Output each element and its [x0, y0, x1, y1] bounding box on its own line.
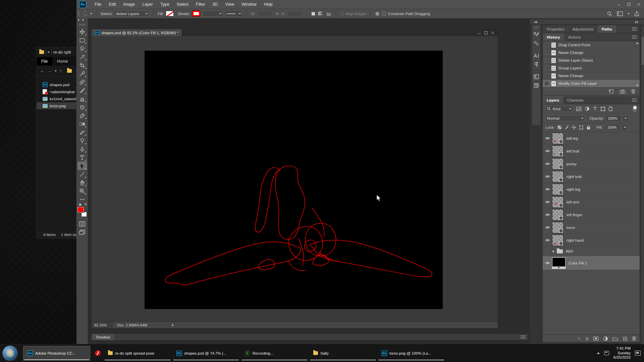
history-state[interactable]: Delete Layer (Save)	[543, 57, 640, 64]
visibility-eye-icon[interactable]	[543, 187, 552, 191]
tab-paths[interactable]: Paths	[598, 25, 616, 33]
history-snapshot-box[interactable]	[545, 81, 549, 85]
menu-3d[interactable]: 3D	[209, 0, 221, 9]
stroke-swatch[interactable]	[192, 11, 200, 16]
paragraph-panel-icon[interactable]	[534, 62, 539, 67]
layer-thumbnail[interactable]	[552, 209, 564, 221]
blend-mode-dropdown[interactable]: Normal	[545, 115, 585, 121]
list-item[interactable]: ~salworkinghar	[37, 88, 76, 95]
dock-scrollbar-thumb[interactable]	[642, 37, 644, 65]
new-layer-icon[interactable]	[623, 336, 628, 341]
menu-view[interactable]: View	[221, 0, 238, 9]
layer-thumbnail[interactable]	[552, 145, 564, 157]
layer-row[interactable]: right leg	[543, 183, 640, 196]
visibility-eye-icon[interactable]	[543, 213, 552, 217]
taskbar-button-photoshop[interactable]: Ps Adobe Photoshop CC...	[23, 346, 90, 361]
path-selection-tool-active[interactable]	[77, 162, 87, 170]
clone-stamp-tool[interactable]	[77, 95, 87, 103]
tab-actions[interactable]: Actions	[564, 33, 585, 41]
layer-name[interactable]: REF	[566, 249, 574, 253]
opacity-chevron[interactable]	[623, 115, 628, 121]
tab-channels[interactable]: Channels	[563, 96, 588, 104]
zoom-tool[interactable]	[77, 187, 87, 195]
select-mode-dropdown[interactable]: Active Layers	[114, 10, 149, 17]
scroll-up-arrow[interactable]	[636, 42, 639, 44]
menu-layer[interactable]: Layer	[139, 0, 156, 9]
lock-artboard-icon[interactable]	[579, 125, 584, 130]
menu-file[interactable]: File	[91, 0, 105, 9]
list-item-selected[interactable]: torso.png	[37, 102, 76, 109]
filter-smart-objects-icon[interactable]	[608, 106, 613, 111]
delete-state-trash-icon[interactable]	[631, 89, 636, 94]
delete-layer-trash-icon[interactable]	[632, 336, 636, 341]
layer-name[interactable]: Color Fill 1	[569, 261, 587, 265]
new-group-folder-icon[interactable]	[612, 337, 618, 341]
marquee-tool[interactable]	[77, 36, 87, 44]
pen-tool[interactable]	[77, 145, 87, 153]
line-tool[interactable]	[77, 170, 87, 178]
menu-help[interactable]: Help	[260, 0, 276, 9]
start-button[interactable]	[2, 346, 18, 361]
layer-group-row[interactable]: REF	[543, 247, 640, 256]
brush-settings-panel-icon[interactable]	[533, 31, 539, 37]
layer-styles-fx-icon[interactable]: fx	[586, 336, 589, 341]
fill-chevron[interactable]	[623, 124, 627, 130]
new-adjustment-layer-icon[interactable]	[603, 336, 608, 341]
layer-thumbnail[interactable]	[552, 171, 564, 182]
layer-thumbnail[interactable]	[552, 158, 564, 170]
notes-panel-icon[interactable]	[534, 83, 539, 88]
doc-maximize-icon[interactable]	[484, 31, 488, 35]
visibility-eye-icon[interactable]	[543, 226, 552, 229]
layer-thumbnail[interactable]	[552, 196, 564, 208]
stroke-width-dropdown[interactable]	[202, 10, 223, 17]
layer-name[interactable]: left butt	[567, 149, 579, 153]
scroll-down-arrow[interactable]	[636, 85, 639, 86]
address-folder-icon[interactable]	[67, 69, 72, 73]
grip-handle[interactable]	[79, 24, 85, 25]
gear-icon[interactable]	[375, 11, 380, 16]
search-icon[interactable]	[607, 11, 612, 16]
screen-mode-button[interactable]	[77, 228, 87, 236]
doc-minimize-icon[interactable]	[478, 31, 481, 35]
timeline-menu-icon[interactable]	[521, 336, 526, 339]
grip-handle[interactable]	[78, 11, 79, 16]
layer-row[interactable]: left butt	[543, 145, 640, 158]
doc-close-icon[interactable]	[491, 31, 494, 35]
align-edges-checkbox[interactable]	[340, 12, 344, 15]
explorer-title-bar[interactable]: re-do split	[37, 48, 76, 57]
swap-colors-icon[interactable]: ⇆	[85, 202, 87, 206]
eyedropper-tool[interactable]	[77, 69, 87, 78]
quick-mask-button[interactable]	[77, 220, 87, 228]
history-chevron-icon[interactable]	[55, 70, 57, 72]
visibility-eye-icon[interactable]	[543, 200, 552, 204]
clone-source-panel-icon[interactable]	[533, 74, 539, 79]
pasteboard[interactable]	[92, 36, 498, 321]
lock-pixels-brush-icon[interactable]	[565, 125, 569, 130]
visibility-eye-icon[interactable]	[543, 136, 552, 140]
lock-position-icon[interactable]	[572, 125, 576, 130]
filter-type-layers-icon[interactable]	[593, 107, 597, 111]
layer-name[interactable]: right hand	[567, 238, 584, 242]
layer-row[interactable]: left finger	[543, 208, 640, 221]
minimize-button[interactable]	[614, 1, 624, 8]
path-selection-tool-icon[interactable]	[83, 11, 88, 16]
lasso-tool[interactable]	[77, 44, 87, 53]
history-state-selected[interactable]: Modify Color Fill Layer	[543, 80, 640, 87]
lock-all-icon[interactable]	[586, 125, 591, 130]
taskbar-button-shapes-psd[interactable]: Ps shapes.psd @ 74.7% (...	[172, 346, 239, 361]
opacity-value-field[interactable]: 100%	[606, 115, 621, 121]
layer-row-selected[interactable]: Color Fill 1	[543, 256, 640, 270]
link-layers-icon[interactable]	[576, 337, 581, 341]
layer-row[interactable]: right hand	[543, 234, 640, 247]
filter-shape-layers-icon[interactable]	[600, 107, 605, 111]
status-chevron-icon[interactable]	[172, 324, 174, 326]
fill-value-field[interactable]: 100%	[605, 124, 620, 130]
recorder-red-icon[interactable]	[95, 350, 101, 356]
tab-adjustments[interactable]: Adjustments	[568, 25, 597, 33]
type-tool[interactable]	[77, 153, 87, 162]
width-input[interactable]	[257, 11, 272, 17]
history-snapshot-box[interactable]	[545, 51, 549, 55]
new-doc-from-state-icon[interactable]	[608, 89, 614, 94]
tray-overflow-chevron[interactable]	[597, 352, 600, 354]
history-state[interactable]: Name Change	[543, 72, 640, 80]
